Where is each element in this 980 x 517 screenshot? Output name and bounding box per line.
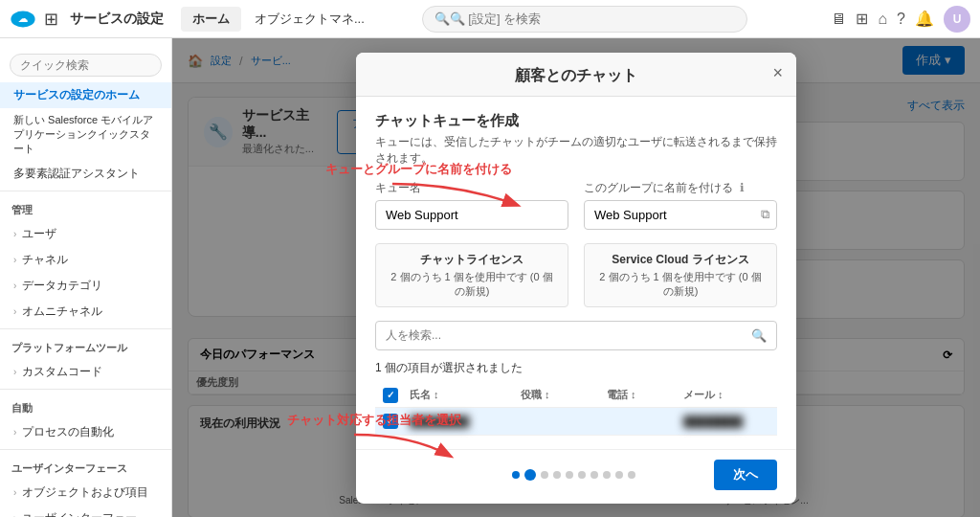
copy-icon[interactable]: ⧉ xyxy=(761,207,769,222)
progress-dots xyxy=(512,469,635,481)
table-row: ✓ ████████ ████████ xyxy=(375,408,777,436)
question-icon[interactable]: ? xyxy=(897,11,905,28)
dot-7 xyxy=(590,471,598,479)
modal-footer: 次へ xyxy=(356,449,796,504)
top-bar: ☁ ⊞ サービスの設定 ホーム オブジェクトマネ... 🔍 🖥 ⊞ ⌂ ? 🔔 … xyxy=(0,0,980,38)
avatar[interactable]: U xyxy=(944,6,970,33)
grid-icon[interactable]: ⊞ xyxy=(44,9,58,30)
row-check: ✓ xyxy=(383,414,410,429)
sidebar-datacategory[interactable]: ›データカテゴリ xyxy=(0,273,171,299)
sidebar-customcode[interactable]: ›カスタムコード xyxy=(0,359,171,385)
sidebar-objects[interactable]: ›オブジェクトおよび項目 xyxy=(0,480,171,506)
group-name-label: このグループに名前を付ける ℹ xyxy=(584,180,777,196)
modal: 顧客とのチャット × チャットキューを作成 キューには、受信したチャットがチーム… xyxy=(356,53,796,504)
modal-close-button[interactable]: × xyxy=(772,64,783,81)
modal-step-title: チャットキューを作成 xyxy=(375,112,777,130)
nav-object[interactable]: オブジェクトマネ... xyxy=(243,7,376,32)
sidebar-home[interactable]: サービスの設定のホーム xyxy=(0,82,171,108)
search-icon: 🔍 xyxy=(434,11,450,26)
sidebar-mobile-label: 新しい Salesforce モバイルアプリケーションクイックスタート xyxy=(13,113,158,156)
queue-name-input[interactable] xyxy=(375,200,568,230)
salesforce-logo: ☁ xyxy=(10,6,36,33)
queue-name-field: キュー名 xyxy=(375,180,568,230)
sidebar-search-input[interactable] xyxy=(10,54,162,77)
modal-body: チャットキューを作成 キューには、受信したチャットがチームの適切なユーザに転送さ… xyxy=(356,97,796,449)
dot-9 xyxy=(615,471,623,479)
sidebar-channel[interactable]: ›チャネル xyxy=(0,247,171,273)
row-name: ████████ xyxy=(410,416,521,427)
row-checkbox[interactable]: ✓ xyxy=(383,414,398,429)
modal-step-desc: キューには、受信したチャットがチームの適切なユーザに転送されるまで保持されます。 xyxy=(375,134,777,167)
modal-title: 顧客とのチャット xyxy=(375,66,777,86)
dot-10 xyxy=(628,471,635,479)
service-license-desc: 2 個のうち 1 個を使用中です (0 個の新規) xyxy=(596,270,765,299)
col-check-header: ✓ xyxy=(383,388,410,403)
group-name-field: このグループに名前を付ける ℹ ⧉ xyxy=(584,180,777,230)
dot-1 xyxy=(512,471,520,479)
sidebar-mobile-quickstart[interactable]: 新しい Salesforce モバイルアプリケーションクイックスタート xyxy=(0,108,171,161)
section-auto: 自動 xyxy=(0,393,171,419)
svg-text:☁: ☁ xyxy=(18,13,28,24)
service-license-title: Service Cloud ライセンス xyxy=(596,252,765,268)
dot-5 xyxy=(566,471,573,479)
row-email: ████████ xyxy=(683,416,769,427)
main-layout: サービスの設定のホーム 新しい Salesforce モバイルアプリケーションク… xyxy=(0,38,980,517)
plus-square-icon[interactable]: ⊞ xyxy=(856,10,868,28)
info-icon: ℹ xyxy=(740,181,745,194)
people-search-bar[interactable]: 🔍 xyxy=(375,321,777,350)
service-license-box: Service Cloud ライセンス 2 個のうち 1 個を使用中です (0 … xyxy=(584,243,777,307)
col-name-header: 氏名 ↕ xyxy=(410,388,521,403)
section-platform: プラットフォームツール xyxy=(0,333,171,359)
people-search-icon: 🔍 xyxy=(751,328,767,343)
top-nav: ホーム オブジェクトマネ... xyxy=(181,7,376,32)
modal-overlay: 顧客とのチャット × チャットキューを作成 キューには、受信したチャットがチーム… xyxy=(172,38,980,517)
group-name-input[interactable] xyxy=(584,200,777,230)
queue-name-label: キュー名 xyxy=(375,180,568,196)
dot-6 xyxy=(578,471,586,479)
next-button[interactable]: 次へ xyxy=(714,460,777,490)
license-row: チャットライセンス 2 個のうち 1 個を使用中です (0 個の新規) Serv… xyxy=(375,243,777,307)
top-icons: 🖥 ⊞ ⌂ ? 🔔 U xyxy=(831,6,970,33)
sidebar-mfa[interactable]: 多要素認証アシスタント xyxy=(0,161,171,187)
sidebar-ui[interactable]: ›ユーザインターフェー... xyxy=(0,506,171,517)
section-manage: 管理 xyxy=(0,195,171,221)
people-search-input[interactable] xyxy=(386,328,746,342)
app-title: サービスの設定 xyxy=(70,11,164,28)
col-phone-header: 電話 ↕ xyxy=(607,388,683,403)
dot-4 xyxy=(553,471,561,479)
modal-header: 顧客とのチャット × xyxy=(356,53,796,97)
bell-icon[interactable]: 🔔 xyxy=(915,10,934,28)
global-search[interactable]: 🔍 xyxy=(422,6,747,33)
dot-2 xyxy=(524,469,536,481)
group-name-wrap: ⧉ xyxy=(584,200,777,230)
chat-license-box: チャットライセンス 2 個のうち 1 個を使用中です (0 個の新規) xyxy=(375,243,568,307)
nav-home[interactable]: ホーム xyxy=(181,7,241,32)
table-header: ✓ 氏名 ↕ 役職 ↕ 電話 ↕ メール ↕ xyxy=(375,384,777,408)
sidebar-omni[interactable]: ›オムニチャネル xyxy=(0,299,171,325)
monitor-icon[interactable]: 🖥 xyxy=(831,11,846,28)
content-area: 🏠 設定 / サービ... 作成 ▾ 🔧 サービス主導... 最適化された... xyxy=(172,38,980,517)
select-all-checkbox[interactable]: ✓ xyxy=(383,388,398,403)
dot-3 xyxy=(541,471,548,479)
sidebar-search-wrap[interactable] xyxy=(0,48,171,82)
sidebar-mfa-label: 多要素認証アシスタント xyxy=(13,166,140,182)
chat-license-title: チャットライセンス xyxy=(388,252,556,268)
sidebar: サービスの設定のホーム 新しい Salesforce モバイルアプリケーションク… xyxy=(0,38,172,517)
col-email-header: メール ↕ xyxy=(683,388,769,403)
global-search-input[interactable] xyxy=(450,11,735,26)
chat-license-desc: 2 個のうち 1 個を使用中です (0 個の新規) xyxy=(388,270,556,299)
dot-8 xyxy=(603,471,611,479)
col-role-header: 役職 ↕ xyxy=(521,388,607,403)
selected-count: 1 個の項目が選択されました xyxy=(375,360,777,376)
sidebar-process[interactable]: ›プロセスの自動化 xyxy=(0,419,171,445)
home-icon[interactable]: ⌂ xyxy=(878,11,887,28)
sidebar-home-label: サービスの設定のホーム xyxy=(13,87,140,103)
modal-fields: キュー名 このグループに名前を付ける ℹ ⧉ xyxy=(375,180,777,230)
section-ui: ユーザインターフェース xyxy=(0,454,171,480)
sidebar-user[interactable]: ›ユーザ xyxy=(0,221,171,247)
